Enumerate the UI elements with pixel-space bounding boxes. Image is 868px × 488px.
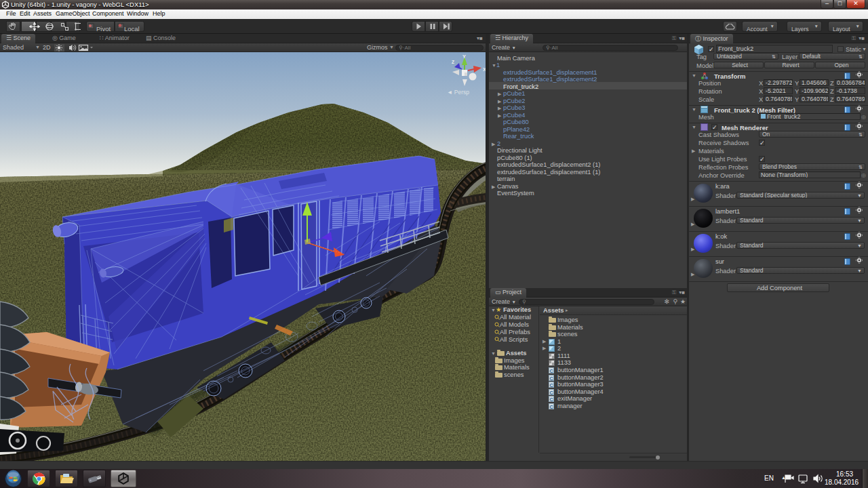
svg-text:Y: Y	[462, 54, 466, 60]
svg-text:Z: Z	[452, 60, 454, 64]
svg-text:◄ Persp: ◄ Persp	[447, 89, 469, 96]
